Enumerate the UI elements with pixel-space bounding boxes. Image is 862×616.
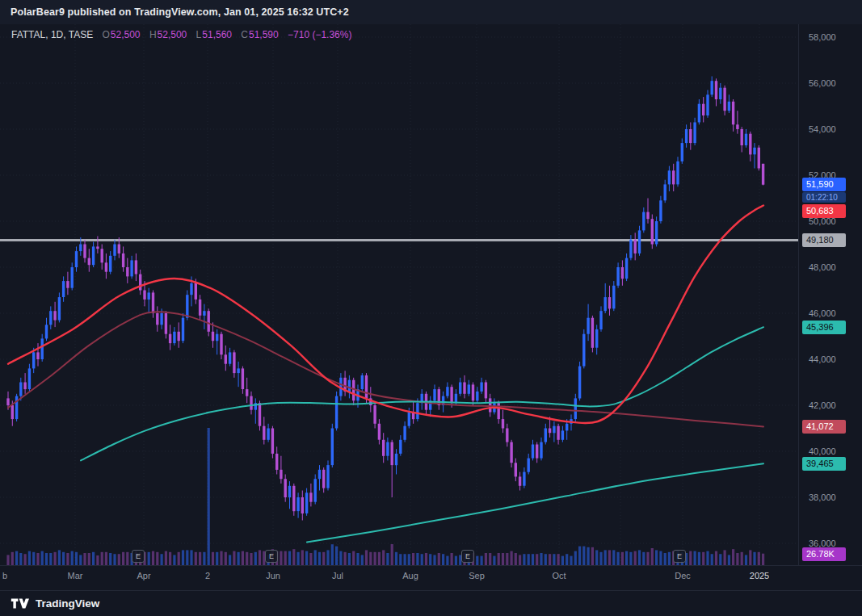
countdown-badge: 01:22:10 [802, 192, 846, 203]
earnings-marker[interactable]: E [461, 550, 474, 563]
earnings-marker[interactable]: E [673, 550, 686, 563]
legend-open-label: O [102, 29, 109, 40]
time-axis-label[interactable]: Apr [137, 571, 150, 580]
legend-close-value: 51,590 [249, 29, 279, 40]
time-axis-label[interactable]: Sep [469, 571, 485, 580]
legend-symbol[interactable]: FATTAL, 1D, TASE [11, 29, 93, 40]
price-axis-label[interactable]: 56,000 [809, 78, 836, 89]
price-axis-label[interactable]: 42,000 [809, 400, 836, 411]
time-axis-label[interactable]: 2025 [750, 571, 769, 580]
legend-high-value: 52,500 [158, 29, 187, 40]
ma-mid-price-badge: 41,072 [802, 420, 846, 434]
legend-low-value: 51,560 [202, 29, 232, 40]
price-axis-label[interactable]: 54,000 [809, 124, 836, 135]
time-axis-label[interactable]: Jul [332, 571, 343, 580]
legend-change: −710 (−1.36%) [288, 29, 351, 40]
ma-slow-price-badge: 45,396 [802, 321, 846, 334]
price-axis-label[interactable]: 40,000 [809, 446, 836, 457]
tradingview-logo[interactable] [11, 597, 29, 610]
price-axis-label[interactable]: 46,000 [809, 308, 836, 319]
symbol-legend[interactable]: FATTAL, 1D, TASE O52,500 H52,500 L51,560… [11, 29, 351, 40]
time-axis-divider [0, 565, 862, 566]
price-axis-label[interactable]: 44,000 [809, 354, 836, 365]
time-axis-label[interactable]: Mar [68, 571, 83, 580]
candlestick-series [6, 77, 764, 521]
time-axis-label[interactable]: b [2, 571, 7, 580]
time-axis-label[interactable]: Jun [266, 571, 280, 580]
earnings-marker[interactable]: E [265, 550, 278, 563]
publish-bar: PolarBear9 published on TradingView.com,… [0, 0, 862, 24]
time-axis-label[interactable]: Dec [675, 571, 691, 580]
price-axis-label[interactable]: 48,000 [809, 262, 836, 273]
footer-bar: TradingView [0, 590, 862, 616]
time-axis-label[interactable]: Aug [402, 571, 418, 580]
legend-low-label: L [196, 29, 202, 40]
last-price-badge: 51,590 [802, 178, 846, 191]
publish-text: PolarBear9 published on TradingView.com,… [11, 6, 349, 18]
legend-high-label: H [149, 29, 157, 40]
ma-long-teal-line [307, 463, 763, 542]
ma-fast-red-line [8, 206, 763, 424]
legend-open-value: 52,500 [111, 29, 141, 40]
chart-plot-area[interactable] [0, 24, 798, 565]
legend-close-label: C [241, 29, 248, 40]
earnings-marker[interactable]: E [132, 550, 145, 563]
price-axis-divider [798, 24, 799, 565]
price-axis-label[interactable]: 58,000 [809, 31, 836, 43]
ma-long-price-badge: 39,465 [802, 457, 846, 471]
tradingview-published-chart: PolarBear9 published on TradingView.com,… [0, 0, 862, 616]
time-axis-label[interactable]: Oct [552, 571, 566, 580]
ma-fast-price-badge: 50,683 [802, 204, 846, 218]
volume-badge: 26.78K [802, 547, 846, 561]
volume-series [6, 428, 764, 565]
ma-mid-maroon-line [8, 312, 763, 426]
footer-brand[interactable]: TradingView [36, 597, 99, 610]
price-axis-label[interactable]: 38,000 [809, 492, 836, 503]
time-axis-label[interactable]: 2 [205, 571, 210, 580]
hline-price-badge: 49,180 [802, 233, 846, 247]
